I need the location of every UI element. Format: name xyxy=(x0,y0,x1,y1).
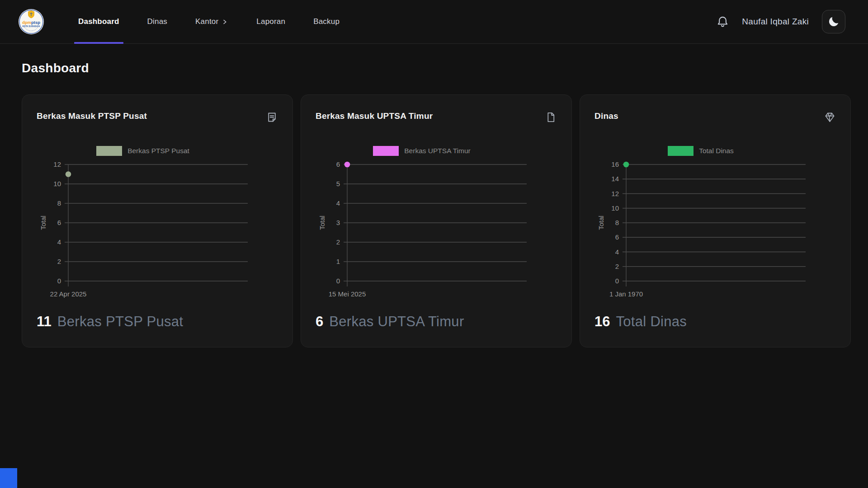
svg-text:6: 6 xyxy=(336,160,340,168)
card-summary: 16 Total Dinas xyxy=(594,314,836,330)
svg-text:0: 0 xyxy=(336,277,340,285)
notifications-button[interactable] xyxy=(715,14,730,29)
card-header: Berkas Masuk UPTSA Timur xyxy=(316,111,557,125)
moon-stars-icon xyxy=(827,15,840,28)
svg-text:22 Apr 2025: 22 Apr 2025 xyxy=(50,290,87,298)
gem-icon xyxy=(824,111,836,125)
main-content: Dashboard Berkas Masuk PTSP Pusat Berkas… xyxy=(0,44,868,365)
svg-text:dpmptsp: dpmptsp xyxy=(22,20,40,25)
legend-swatch xyxy=(668,146,693,156)
nav-item-dinas[interactable]: Dinas xyxy=(143,0,171,43)
chart-legend: Berkas UPTSA Timur xyxy=(316,146,528,156)
svg-text:10: 10 xyxy=(53,180,61,188)
chevron-right-icon xyxy=(222,19,228,25)
chart-canvas: 12108642022 Apr 2025Total xyxy=(37,159,249,302)
svg-text:1: 1 xyxy=(336,258,340,265)
chart-canvas: 654321015 Mei 2025Total xyxy=(316,159,528,302)
svg-text:1 Jan 1970: 1 Jan 1970 xyxy=(609,290,643,298)
nav-item-label: Laporan xyxy=(256,17,285,26)
svg-text:12: 12 xyxy=(611,190,619,197)
stat-cards-row: Berkas Masuk PTSP Pusat Berkas PTSP Pusa… xyxy=(22,94,846,347)
header-right-group: Naufal Iqbal Zaki xyxy=(715,10,845,33)
svg-text:6: 6 xyxy=(615,233,619,241)
svg-text:Total: Total xyxy=(39,216,47,230)
svg-text:2: 2 xyxy=(57,258,61,265)
total-number: 6 xyxy=(316,314,323,330)
nav-item-kantor[interactable]: Kantor xyxy=(191,0,232,43)
card-summary: 6 Berkas UPTSA Timur xyxy=(316,314,557,330)
nav-item-laporan[interactable]: Laporan xyxy=(252,0,289,43)
svg-text:5: 5 xyxy=(336,180,340,188)
legend-label: Total Dinas xyxy=(699,147,734,155)
card-header: Dinas xyxy=(594,111,836,125)
total-label: Total Dinas xyxy=(616,314,687,330)
nav-item-backup[interactable]: Backup xyxy=(309,0,344,43)
svg-text:2: 2 xyxy=(336,238,340,246)
nav-item-dashboard[interactable]: Dashboard xyxy=(74,0,123,43)
svg-text:8: 8 xyxy=(615,219,619,226)
total-number: 11 xyxy=(37,314,52,330)
svg-text:15 Mei 2025: 15 Mei 2025 xyxy=(329,290,366,298)
app-logo[interactable]: dpmptsp KOTA SURABAYA xyxy=(18,9,44,35)
svg-text:12: 12 xyxy=(53,160,61,168)
nav-item-label: Dashboard xyxy=(78,17,119,26)
legend-label: Berkas UPTSA Timur xyxy=(404,147,470,155)
card-title: Dinas xyxy=(594,111,618,121)
total-label: Berkas UPTSA Timur xyxy=(329,314,464,330)
card-summary: 11 Berkas PTSP Pusat xyxy=(37,314,278,330)
card-title: Berkas Masuk PTSP Pusat xyxy=(37,111,147,121)
card-title: Berkas Masuk UPTSA Timur xyxy=(316,111,433,121)
file-text-icon xyxy=(266,111,278,125)
legend-label: Berkas PTSP Pusat xyxy=(127,147,189,155)
legend-swatch xyxy=(373,146,399,156)
theme-toggle-button[interactable] xyxy=(822,10,845,33)
card-header: Berkas Masuk PTSP Pusat xyxy=(37,111,278,125)
bell-icon xyxy=(716,15,729,28)
nav-item-label: Backup xyxy=(313,17,340,26)
legend-swatch xyxy=(96,146,122,156)
svg-text:0: 0 xyxy=(615,277,619,285)
total-number: 16 xyxy=(594,314,610,330)
nav-item-label: Dinas xyxy=(147,17,167,26)
page-title: Dashboard xyxy=(22,61,846,75)
user-name[interactable]: Naufal Iqbal Zaki xyxy=(742,17,809,27)
svg-text:0: 0 xyxy=(57,277,61,285)
svg-text:10: 10 xyxy=(611,204,619,212)
main-nav: Dashboard Dinas Kantor Laporan Backup xyxy=(74,0,344,43)
svg-text:Total: Total xyxy=(597,216,605,230)
svg-text:6: 6 xyxy=(57,219,61,226)
total-label: Berkas PTSP Pusat xyxy=(57,314,183,330)
bottom-left-blue-box xyxy=(0,468,17,488)
top-navbar: dpmptsp KOTA SURABAYA Dashboard Dinas Ka… xyxy=(0,0,868,44)
svg-text:3: 3 xyxy=(336,219,340,226)
card-berkas-uptsa-timur: Berkas Masuk UPTSA Timur Berkas UPTSA Ti… xyxy=(301,94,572,347)
dpmptsp-logo-icon: dpmptsp KOTA SURABAYA xyxy=(18,9,44,35)
svg-text:4: 4 xyxy=(336,199,340,207)
svg-text:2: 2 xyxy=(615,263,619,270)
chart-legend: Berkas PTSP Pusat xyxy=(37,146,249,156)
svg-text:4: 4 xyxy=(615,248,619,256)
nav-item-label: Kantor xyxy=(195,17,218,26)
svg-text:4: 4 xyxy=(57,238,61,246)
svg-text:8: 8 xyxy=(57,199,61,207)
svg-text:16: 16 xyxy=(611,160,619,168)
chart-canvas: 16141210864201 Jan 1970Total xyxy=(594,159,807,302)
svg-text:14: 14 xyxy=(611,175,619,183)
card-berkas-ptsp-pusat: Berkas Masuk PTSP Pusat Berkas PTSP Pusa… xyxy=(22,94,293,347)
card-dinas: Dinas Total Dinas 16141210864201 Jan 197… xyxy=(580,94,851,347)
file-icon xyxy=(545,111,557,125)
svg-text:Total: Total xyxy=(318,216,326,230)
chart-legend: Total Dinas xyxy=(594,146,807,156)
